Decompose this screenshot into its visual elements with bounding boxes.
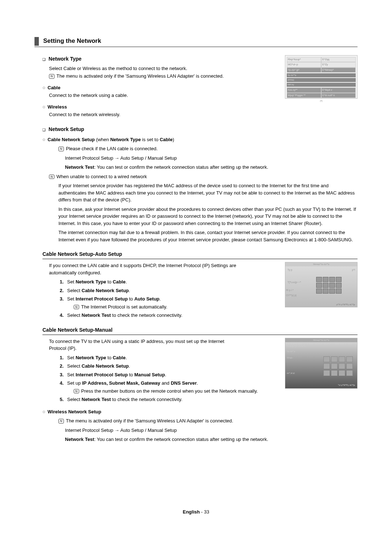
- cable-setup-line3: Network Test: You can test or confirm th…: [65, 164, 358, 171]
- section-title: Setting the Network: [43, 36, 101, 46]
- cable-network-setup-title: ○Cable Network Setup (when Network Type …: [42, 136, 358, 143]
- manual-step-5: Select Network Test to check the network…: [65, 396, 358, 403]
- wireless-desc: Connect to the network wirelessly.: [49, 111, 358, 118]
- trouble-p1: If your Internet service provider has re…: [58, 182, 358, 204]
- figure-auto-setup: Nlmwp*Yp z|v**p Ty p p*l T[*Loo|p~~* Rl …: [285, 262, 358, 307]
- wired-trouble-note: NWhen unable to connect to a wired netwo…: [49, 173, 358, 180]
- section-header: Setting the Network: [34, 36, 358, 47]
- cable-setup-line2: Internet Protocol Setup → Auto Setup / M…: [65, 155, 358, 162]
- note-icon: N: [74, 305, 79, 310]
- trouble-p2: In this case, ask your Internet service …: [58, 206, 358, 227]
- header-bar-icon: [34, 37, 39, 46]
- wireless-setup-note: NThe menu is activated only if the 'Sams…: [58, 417, 358, 425]
- wireless-setup-line2: Internet Protocol Setup → Auto Setup / M…: [65, 427, 358, 434]
- manual-setup-intro: To connect the TV to the LAN using a sta…: [49, 338, 238, 352]
- footer-page-number: 33: [204, 509, 209, 515]
- auto-setup-heading: Cable Network Setup-Auto Setup: [42, 250, 358, 259]
- figure-manual-setup: Nlmwp*Yp z|v**p Ty p|yp *[|z znzw**p ~ l…: [285, 338, 358, 389]
- footer-language: English: [183, 509, 200, 515]
- trouble-p3: The internet connection may fail due to …: [58, 229, 358, 243]
- note-icon: N: [49, 175, 54, 179]
- wireless-setup-line3: Network Test: You can test or confirm th…: [65, 436, 358, 443]
- auto-setup-intro: If you connect the LAN cable and it supp…: [49, 262, 238, 276]
- note-icon: N: [49, 74, 54, 79]
- wireless-network-setup-title: ○Wireless Network Setup: [42, 408, 358, 416]
- note-icon: N: [58, 419, 64, 424]
- manual-setup-heading: Cable Network Setup-Manual: [42, 326, 358, 335]
- note-icon: N: [58, 147, 64, 151]
- note-icon: N: [74, 389, 79, 394]
- wireless-option: ○Wireless: [42, 103, 358, 111]
- cable-setup-note1: NPlease check if the LAN cable is connec…: [58, 145, 358, 152]
- auto-step-4: Select Network Test to check the network…: [65, 312, 358, 319]
- figure-network-menu: Rlxp*Azop*E*Zqq MO*ot~pE*Zy Yp z|v* [p*E…: [285, 55, 358, 99]
- page-footer: English - 33: [34, 508, 358, 516]
- network-setup-heading: ❑ Network Setup: [42, 126, 358, 133]
